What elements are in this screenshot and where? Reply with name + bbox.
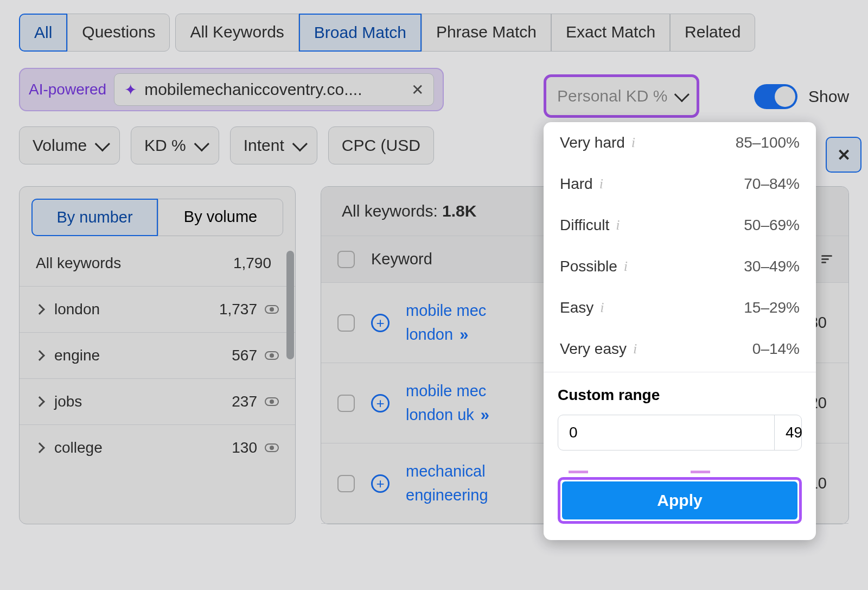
chevron-down-icon xyxy=(95,136,110,151)
chevron-right-icon xyxy=(34,304,45,315)
sparkle-icon: ✦ xyxy=(124,81,137,99)
chevron-right-icon xyxy=(34,442,45,453)
info-icon[interactable]: i xyxy=(624,258,628,275)
add-keyword-icon[interactable]: + xyxy=(371,474,390,493)
filter-kd[interactable]: KD % xyxy=(131,126,219,164)
tab-related[interactable]: Related xyxy=(670,14,755,52)
domain-chip[interactable]: ✦ mobilemechaniccoventry.co.... ✕ xyxy=(114,73,434,106)
eye-icon[interactable] xyxy=(265,351,279,360)
group-london[interactable]: london 1,737 xyxy=(20,286,295,332)
sort-icon[interactable] xyxy=(821,255,832,263)
tab-questions[interactable]: Questions xyxy=(67,14,170,52)
view-by-volume[interactable]: By volume xyxy=(158,199,283,236)
info-icon[interactable]: i xyxy=(616,217,620,233)
tab-all[interactable]: All xyxy=(19,14,67,52)
group-engine[interactable]: engine 567 xyxy=(20,332,295,378)
tab-exact-match[interactable]: Exact Match xyxy=(551,14,670,52)
filter-intent[interactable]: Intent xyxy=(230,126,317,164)
kd-option-hard[interactable]: Hard i 70–84% xyxy=(544,163,816,205)
tab-phrase-match[interactable]: Phrase Match xyxy=(422,14,551,52)
filter-volume[interactable]: Volume xyxy=(19,126,120,164)
group-college[interactable]: college 130 xyxy=(20,424,295,471)
kd-option-possible[interactable]: Possible i 30–49% xyxy=(544,246,816,287)
group-jobs[interactable]: jobs 237 xyxy=(20,378,295,424)
eye-icon[interactable] xyxy=(265,305,279,314)
chevron-down-icon xyxy=(292,136,308,151)
apply-highlight: Apply xyxy=(558,477,802,524)
select-all-checkbox[interactable] xyxy=(337,251,355,268)
tab-all-keywords[interactable]: All Keywords xyxy=(175,14,298,52)
row-checkbox[interactable] xyxy=(337,314,355,332)
kd-option-very-easy[interactable]: Very easy i 0–14% xyxy=(544,328,816,370)
custom-range-to[interactable] xyxy=(775,415,868,450)
info-icon[interactable]: i xyxy=(633,341,637,357)
apply-button[interactable]: Apply xyxy=(562,481,797,519)
add-keyword-icon[interactable]: + xyxy=(371,394,390,413)
filter-cpc[interactable]: CPC (USD xyxy=(328,126,434,164)
row-checkbox[interactable] xyxy=(337,395,355,412)
scrollbar-thumb[interactable] xyxy=(286,251,294,359)
custom-range-from[interactable] xyxy=(558,415,775,450)
show-toggle[interactable] xyxy=(754,84,797,109)
chevron-right-icon xyxy=(34,350,45,361)
info-icon[interactable]: i xyxy=(599,176,603,192)
chevron-right-icon xyxy=(34,396,45,407)
eye-icon[interactable] xyxy=(265,443,279,452)
chevron-down-icon xyxy=(674,87,690,102)
clear-domain-icon[interactable]: ✕ xyxy=(411,81,424,99)
tabs-row: All Questions All Keywords Broad Match P… xyxy=(19,14,849,52)
eye-icon[interactable] xyxy=(265,397,279,406)
personal-kd-dropdown: Very hard i 85–100% Hard i 70–84% Diffic… xyxy=(544,122,816,540)
kd-option-easy[interactable]: Easy i 15–29% xyxy=(544,287,816,328)
show-label: Show xyxy=(808,87,849,106)
info-icon[interactable]: i xyxy=(600,300,604,316)
view-by-number[interactable]: By number xyxy=(31,199,158,236)
domain-text: mobilemechaniccoventry.co.... xyxy=(144,80,404,99)
personal-kd-trigger[interactable]: Personal KD % xyxy=(544,74,699,118)
keyword-groups-panel: By number By volume All keywords 1,790 l… xyxy=(19,186,296,524)
group-all-keywords[interactable]: All keywords 1,790 xyxy=(20,248,295,286)
add-keyword-icon[interactable]: + xyxy=(371,314,390,332)
ai-label: AI-powered xyxy=(29,81,106,98)
info-icon[interactable]: i xyxy=(631,135,635,151)
chevron-down-icon xyxy=(194,136,209,151)
external-icon: » xyxy=(455,326,468,343)
custom-range-label: Custom range xyxy=(558,386,802,404)
personal-kd-label: Personal KD % xyxy=(557,87,667,105)
kd-option-difficult[interactable]: Difficult i 50–69% xyxy=(544,205,816,246)
tab-broad-match[interactable]: Broad Match xyxy=(299,14,422,52)
clear-filters-button[interactable]: ✕ xyxy=(826,137,861,173)
kd-option-very-hard[interactable]: Very hard i 85–100% xyxy=(544,122,816,163)
external-icon: » xyxy=(476,406,489,423)
ai-powered-pill: AI-powered ✦ mobilemechaniccoventry.co..… xyxy=(19,68,444,111)
row-checkbox[interactable] xyxy=(337,475,355,492)
